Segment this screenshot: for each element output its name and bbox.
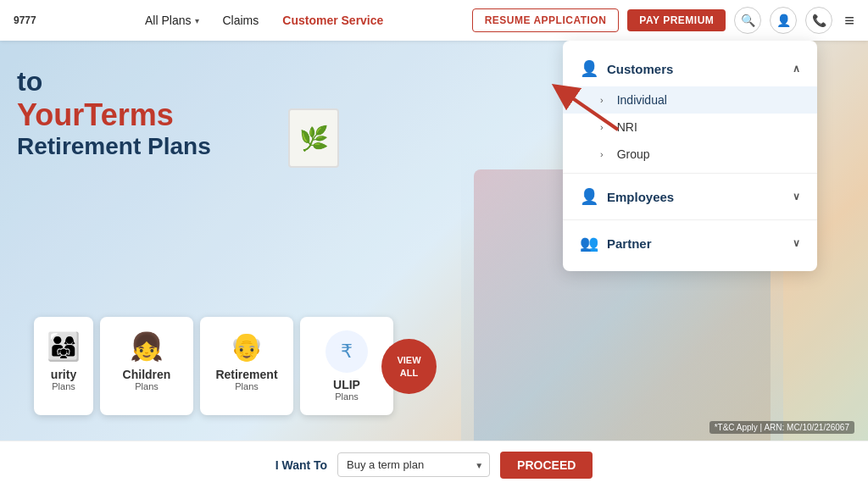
partner-header[interactable]: 👥 Partner ∨	[563, 225, 817, 261]
security-title: urity	[44, 368, 83, 381]
individual-item[interactable]: › Individual	[563, 86, 817, 114]
employees-section: 👤 Employees ∨	[563, 179, 817, 214]
ulip-icon: ₹	[326, 330, 368, 373]
nav-claims[interactable]: Claims	[223, 14, 259, 27]
navbar: 9777 All Plans ▾ Claims Customer Service…	[0, 0, 868, 41]
product-card-ulip[interactable]: ₹ ULIP Plans	[300, 317, 393, 415]
hero-line3: Retirement Plans	[17, 133, 211, 160]
resume-application-button[interactable]: RESUME APPLICATION	[472, 8, 620, 32]
product-card-security[interactable]: 👨‍👩‍👧 urity Plans	[34, 317, 93, 415]
employees-header[interactable]: 👤 Employees ∨	[563, 179, 817, 214]
partner-header-left: 👥 Partner	[580, 234, 652, 252]
customer-service-dropdown: 👤 Customers ∧ › Individual › NRI › Group…	[563, 41, 817, 271]
plan-select-wrapper: Buy a term plan Renew my policy File a c…	[337, 452, 490, 477]
nav-links: All Plans ▾ Claims Customer Service	[57, 14, 472, 27]
search-icon: 🔍	[741, 14, 755, 27]
nav-customer-service[interactable]: Customer Service	[282, 14, 383, 27]
bottom-label: I Want To	[275, 458, 327, 472]
plant-decoration: 🌿	[288, 108, 339, 168]
retirement-subtitle: Plans	[210, 381, 283, 391]
partner-icon: 👥	[580, 234, 598, 252]
security-subtitle: Plans	[44, 381, 83, 391]
retirement-icon: 👴	[210, 330, 283, 363]
proceed-button[interactable]: PROCEED	[500, 452, 593, 479]
phone-icon: 📞	[812, 14, 826, 27]
user-account-button[interactable]: 👤	[770, 7, 797, 34]
hero-text: to YourTerms Retirement Plans	[17, 66, 211, 160]
group-arrow: ›	[600, 149, 604, 159]
partner-label: Partner	[607, 236, 652, 251]
group-label: Group	[617, 147, 650, 161]
nav-actions: RESUME APPLICATION PAY PREMIUM 🔍 👤 📞 ≡	[472, 7, 854, 34]
disclaimer: *T&C Apply | ARN: MC/10/21/26067	[709, 421, 854, 434]
product-card-children[interactable]: 👧 Children Plans	[100, 317, 193, 415]
product-cards: 👨‍👩‍👧 urity Plans 👧 Children Plans 👴 Ret…	[0, 317, 393, 415]
customers-icon: 👤	[580, 59, 598, 78]
phone-call-button[interactable]: 📞	[805, 7, 832, 34]
partner-section: 👥 Partner ∨	[563, 225, 817, 261]
employees-icon: 👤	[580, 187, 598, 206]
all-plans-arrow: ▾	[195, 16, 199, 25]
pay-premium-button[interactable]: PAY PREMIUM	[627, 9, 726, 31]
individual-label: Individual	[617, 93, 667, 107]
nav-all-plans[interactable]: All Plans ▾	[145, 14, 198, 27]
employees-chevron: ∨	[793, 191, 800, 202]
divider-1	[563, 173, 817, 174]
customers-header-left: 👤 Customers	[580, 59, 673, 78]
children-icon: 👧	[110, 330, 183, 363]
nri-item[interactable]: › NRI	[563, 114, 817, 141]
view-all-button[interactable]: VIEW ALL	[381, 339, 437, 394]
divider-2	[563, 219, 817, 220]
phone-number: 9777	[14, 14, 36, 26]
customers-label: Customers	[607, 62, 673, 76]
customers-chevron: ∧	[793, 63, 800, 75]
ulip-title: ULIP	[310, 378, 383, 391]
hero-line2: YourTerms	[17, 97, 211, 133]
partner-chevron: ∨	[793, 237, 800, 249]
hero-line1: to	[17, 66, 211, 97]
nri-label: NRI	[617, 120, 637, 134]
employees-header-left: 👤 Employees	[580, 187, 674, 206]
group-item[interactable]: › Group	[563, 141, 817, 168]
customers-header[interactable]: 👤 Customers ∧	[563, 51, 817, 86]
retirement-title: Retirement	[210, 368, 283, 381]
bottom-bar: I Want To Buy a term plan Renew my polic…	[0, 441, 868, 488]
user-icon: 👤	[776, 14, 791, 27]
children-title: Children	[110, 368, 183, 381]
employees-label: Employees	[607, 190, 674, 204]
nri-arrow: ›	[600, 122, 604, 132]
search-button[interactable]: 🔍	[734, 7, 761, 34]
view-all-label: VIEW ALL	[397, 354, 420, 379]
security-icon: 👨‍👩‍👧	[44, 330, 83, 363]
menu-button[interactable]: ≡	[844, 11, 854, 30]
product-card-retirement[interactable]: 👴 Retirement Plans	[200, 317, 293, 415]
customers-section: 👤 Customers ∧ › Individual › NRI › Group	[563, 51, 817, 168]
ulip-subtitle: Plans	[310, 391, 383, 402]
children-subtitle: Plans	[110, 381, 183, 391]
plan-select[interactable]: Buy a term plan Renew my policy File a c…	[337, 452, 490, 477]
individual-arrow: ›	[600, 95, 604, 105]
